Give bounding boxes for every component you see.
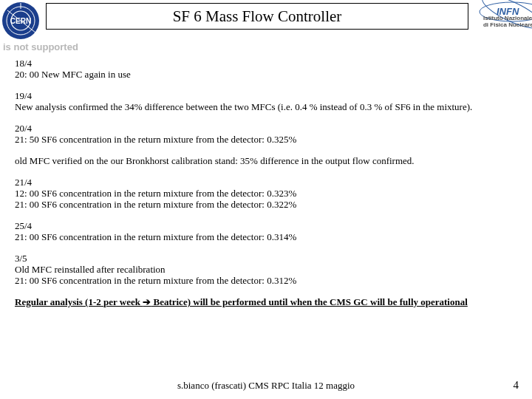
log-entry: 18/4 20: 00 New MFC again in use [15, 58, 517, 80]
summary-part2: Beatrice) will be performed until when t… [151, 296, 468, 307]
log-entry: 19/4 New analysis confirmed the 34% diff… [15, 90, 517, 112]
log-entry: old MFC verified on the our Bronkhorst c… [15, 155, 517, 166]
entry-line: 21: 00 SF6 concentration in the return m… [15, 275, 517, 286]
log-entry: 20/4 21: 50 SF6 concentration in the ret… [15, 123, 517, 145]
entry-line: 21: 00 SF6 concentration in the return m… [15, 231, 517, 242]
infn-line1: Istituto Nazionale [483, 15, 532, 21]
summary-line: Regular analysis (1-2 per week ➔ Beatric… [15, 296, 517, 307]
page-number: 4 [514, 379, 519, 392]
title-box: SF 6 Mass Flow Controller [46, 3, 468, 30]
entry-date: 20/4 [15, 123, 517, 134]
cern-logo: CERN [1, 1, 40, 40]
entry-date: 21/4 [15, 177, 517, 188]
footer-text: s.bianco (frascati) CMS RPC Italia 12 ma… [0, 380, 532, 392]
header: CERN SF 6 Mass Flow Controller INFN Isti… [0, 0, 532, 43]
entry-line: old MFC verified on the our Bronkhorst c… [15, 155, 517, 166]
infn-label: Istituto Nazionale di Fisica Nucleare [483, 15, 532, 28]
entry-line: 20: 00 New MFC again in use [15, 69, 517, 80]
entry-line: 21: 00 SF6 concentration in the return m… [15, 199, 517, 210]
arrow-icon: ➔ [143, 296, 151, 307]
entry-date: 25/4 [15, 220, 517, 231]
entry-date: 18/4 [15, 58, 517, 69]
entry-date: 3/5 [15, 253, 517, 264]
infn-logo: INFN Istituto Nazionale di Fisica Nuclea… [471, 0, 532, 43]
summary-part1: Regular analysis (1-2 per week [15, 296, 143, 307]
slide-title: SF 6 Mass Flow Controller [173, 7, 342, 26]
entry-line: Old MFC reinstalled after recalibration [15, 264, 517, 275]
entry-date: 19/4 [15, 90, 517, 101]
not-supported-text: is not supported [3, 41, 78, 52]
slide-body: 18/4 20: 00 New MFC again in use 19/4 Ne… [15, 58, 517, 307]
log-entry: 21/4 12: 00 SF6 concentration in the ret… [15, 177, 517, 210]
entry-line: New analysis confirmed the 34% differenc… [15, 101, 517, 112]
svg-text:CERN: CERN [10, 17, 31, 25]
log-entry: 3/5 Old MFC reinstalled after recalibrat… [15, 253, 517, 286]
entry-line: 12: 00 SF6 concentration in the return m… [15, 188, 517, 199]
log-entry: 25/4 21: 00 SF6 concentration in the ret… [15, 220, 517, 242]
infn-line2: di Fisica Nucleare [483, 21, 532, 28]
entry-line: 21: 50 SF6 concentration in the return m… [15, 134, 517, 145]
